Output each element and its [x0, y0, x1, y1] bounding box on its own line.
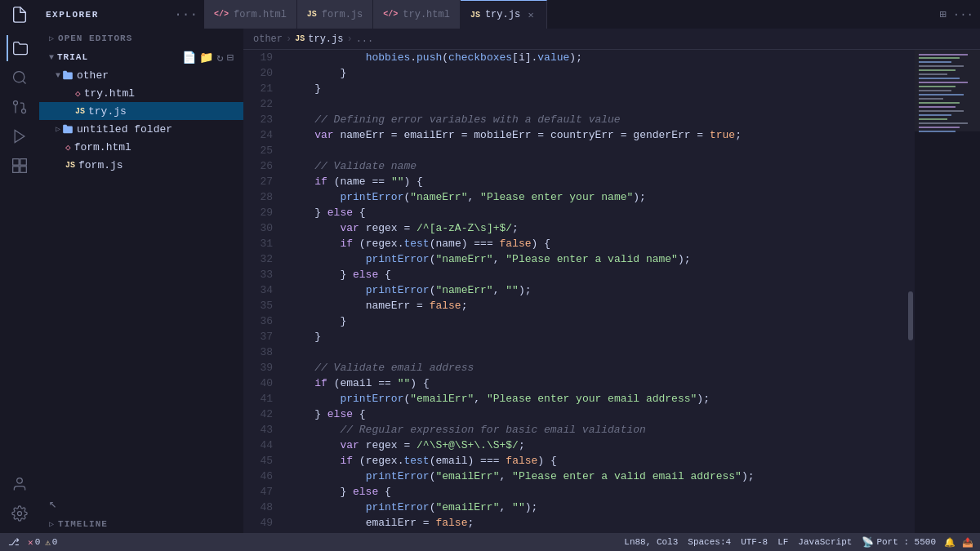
code-line-49: emailErr = false;: [289, 515, 915, 531]
folder-icon: [62, 69, 74, 81]
code-line-36: }: [289, 313, 915, 329]
new-folder-icon[interactable]: 📁: [199, 51, 213, 64]
activity-debug[interactable]: [7, 123, 33, 149]
extensions-icon: [11, 158, 28, 174]
spaces-indicator[interactable]: Spaces: 4: [683, 533, 736, 551]
ln-label: Ln: [624, 537, 635, 547]
tab-try-js[interactable]: JS try.js ✕: [461, 0, 547, 29]
encoding-indicator[interactable]: UTF-8: [736, 533, 773, 551]
warning-count: 0: [52, 537, 58, 547]
other-folder-row[interactable]: ▼ other: [39, 66, 243, 84]
form-js-file[interactable]: JS form.js: [39, 156, 243, 174]
files-icon-side: [12, 40, 29, 56]
code-line-28: printError("nameErr", "Please enter your…: [289, 189, 915, 205]
line-ending-indicator[interactable]: LF: [773, 533, 793, 551]
untitled-folder-row[interactable]: ▷ untitled folder: [39, 120, 243, 138]
folder-collapse-icon: ▷: [56, 124, 60, 134]
collapse-icon: ▷: [49, 33, 55, 43]
breadcrumb-trail[interactable]: ...: [356, 33, 374, 45]
bell-icon: 🔔: [944, 537, 956, 548]
editor-area[interactable]: 1920212223 2425262728 2930313233 3435363…: [243, 50, 980, 533]
activity-source-control[interactable]: [7, 94, 33, 120]
refresh-icon[interactable]: ↻: [216, 51, 223, 64]
user-icon: [11, 476, 28, 492]
files-icon[interactable]: [11, 6, 29, 24]
git-icon-status: ⎇: [8, 536, 20, 549]
more-actions-icon[interactable]: ···: [953, 8, 973, 21]
try-html-label: try.html: [84, 87, 135, 100]
vertical-scrollbar[interactable]: [906, 50, 915, 533]
collapse-all-icon[interactable]: ⊟: [227, 51, 234, 64]
activity-profile[interactable]: [7, 471, 33, 497]
svg-rect-6: [13, 159, 20, 166]
tab-form-js[interactable]: JS form.js: [297, 0, 373, 29]
tab-js-icon-2: JS: [470, 11, 480, 20]
broadcast-indicator[interactable]: 📤: [959, 533, 977, 551]
activity-search[interactable]: [7, 64, 33, 91]
code-line-42: } else {: [289, 407, 915, 422]
svg-rect-9: [20, 167, 27, 173]
svg-point-10: [17, 478, 23, 484]
svg-line-1: [23, 81, 26, 84]
code-line-50: }: [289, 531, 915, 533]
svg-point-0: [14, 72, 24, 82]
tabs-bar: </> form.html JS form.js </> try.html JS…: [204, 0, 939, 29]
activity-explorer[interactable]: [7, 35, 33, 61]
tab-html-icon: </>: [214, 10, 229, 19]
activity-extensions[interactable]: [7, 153, 33, 179]
minimap-visual: [915, 50, 980, 533]
trial-header[interactable]: ▼ TRIAL 📄 📁 ↻ ⊟: [39, 48, 243, 66]
trial-section: ▼ TRIAL 📄 📁 ↻ ⊟ ▼ other: [39, 48, 243, 174]
spaces-value: 4: [726, 537, 732, 547]
language-indicator[interactable]: JavaScript: [793, 533, 857, 551]
open-editors-header[interactable]: ▷ OPEN EDITORS: [39, 30, 243, 47]
breadcrumb-folder[interactable]: other: [253, 33, 283, 45]
ln-value: 88: [635, 537, 645, 547]
breadcrumb-js-icon: JS: [295, 34, 305, 43]
tab-close-icon[interactable]: ✕: [525, 9, 537, 20]
activity-bar: [0, 29, 39, 533]
svg-rect-8: [13, 167, 20, 173]
form-html-file[interactable]: ◇ form.html: [39, 138, 243, 156]
new-file-icon[interactable]: 📄: [182, 51, 196, 64]
port-indicator[interactable]: 📡 Port : 5500: [857, 533, 941, 551]
spaces-label: Spaces:: [688, 537, 725, 547]
timeline-section[interactable]: ▷ TIMELINE: [39, 515, 243, 533]
code-line-29: } else {: [289, 205, 915, 220]
code-line-19: hobbies.push(checkboxes[i].value);: [289, 50, 915, 65]
try-js-file[interactable]: JS try.js: [39, 102, 243, 120]
git-branch-status[interactable]: ⎇: [3, 533, 24, 551]
explorer-more-icon[interactable]: ···: [174, 7, 198, 22]
col-value: 3: [673, 537, 679, 547]
sidebar: ▷ OPEN EDITORS ▼ TRIAL 📄 📁 ↻ ⊟: [39, 29, 243, 533]
errors-indicator[interactable]: ✕ 0 ⚠ 0: [24, 533, 60, 551]
code-line-44: var regex = /^\S+@\S+\.\S+$/;: [289, 438, 915, 453]
status-right: Ln 88 , Col 3 Spaces: 4 UTF-8 LF JavaScr…: [619, 533, 977, 551]
scrollbar-thumb[interactable]: [908, 291, 913, 340]
minimap: [915, 50, 980, 533]
tab-html-icon-2: </>: [383, 10, 398, 19]
editor-layout-icon[interactable]: ⊞: [939, 7, 946, 21]
code-line-45: if (regex.test(email) === false) {: [289, 453, 915, 469]
svg-point-2: [22, 109, 26, 113]
activity-settings[interactable]: [7, 500, 33, 527]
breadcrumb-file[interactable]: try.js: [308, 33, 343, 45]
breadcrumb: other › JS try.js › ...: [243, 29, 980, 50]
code-editor[interactable]: hobbies.push(checkboxes[i].value); } } /…: [283, 50, 915, 533]
code-line-24: var nameErr = emailErr = mobileErr = cou…: [289, 127, 915, 143]
explorer-title: EXPLORER: [46, 10, 99, 20]
search-icon: [11, 69, 28, 86]
status-bar: ⎇ ✕ 0 ⚠ 0 Ln 88 , Col 3 Spaces: 4 UTF-8: [0, 533, 980, 551]
try-html-file[interactable]: ◇ try.html: [39, 84, 243, 102]
try-js-label: try.js: [88, 105, 127, 118]
code-line-35: nameErr = false;: [289, 298, 915, 313]
tab-form-html[interactable]: </> form.html: [204, 0, 297, 29]
code-line-20: }: [289, 65, 915, 81]
tab-try-html[interactable]: </> try.html: [373, 0, 461, 29]
code-line-25: [289, 143, 915, 158]
cursor-position[interactable]: Ln 88 , Col 3: [619, 533, 683, 551]
bell-indicator[interactable]: 🔔: [941, 533, 959, 551]
open-editors-label: OPEN EDITORS: [58, 33, 132, 43]
js-file-icon-2: JS: [65, 161, 75, 170]
code-line-21: }: [289, 81, 915, 96]
